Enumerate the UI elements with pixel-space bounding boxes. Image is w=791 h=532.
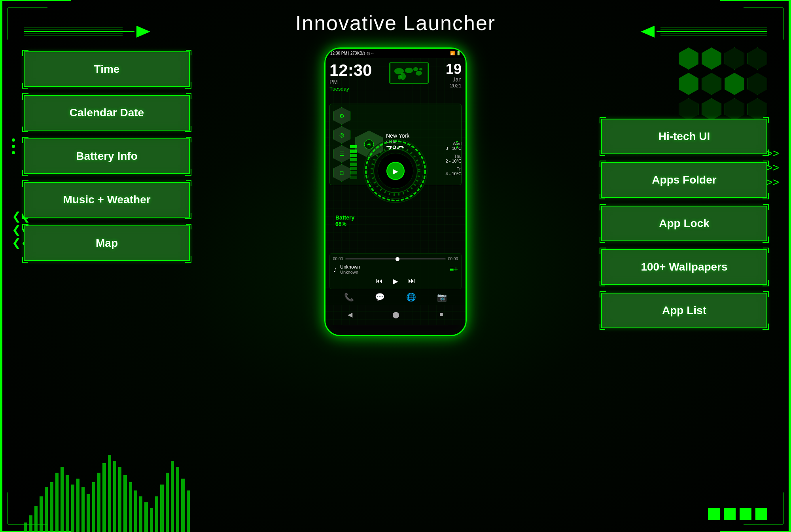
left-edge-line	[0, 0, 2, 532]
eq-bar	[129, 482, 132, 532]
corner-decoration	[186, 180, 191, 186]
corner-decoration	[763, 291, 769, 297]
nav-home[interactable]: ⬤	[392, 311, 399, 318]
menu-btn-hitech[interactable]: Hi-tech UI	[601, 119, 767, 154]
corner-decoration	[600, 237, 605, 243]
phone-screen: 12:30 PM Tuesday	[325, 58, 466, 325]
corner-decoration	[763, 161, 769, 166]
eq-bar	[134, 490, 137, 532]
music-text: Unknown Unknown	[340, 264, 447, 275]
time-widget: 12:30 PM Tuesday	[329, 62, 462, 92]
forecast-day-1: Wed	[446, 141, 462, 146]
menu-btn-time[interactable]: Time	[24, 51, 190, 87]
progress-track[interactable]	[345, 258, 446, 259]
hex-7	[725, 73, 744, 95]
menu-btn-applist[interactable]: App List	[601, 293, 767, 328]
corner-decoration	[600, 324, 605, 330]
menu-btn-battery[interactable]: Battery Info	[24, 138, 190, 174]
status-time: 12:30 PM | 273KB/s ◎ ···	[330, 51, 375, 55]
hex-grid-decoration	[679, 47, 767, 120]
nav-recent[interactable]: ■	[439, 311, 443, 318]
eq-bar	[76, 479, 79, 532]
forecast-day-2: Thu	[446, 154, 462, 159]
menu-btn-music[interactable]: Music + Weather	[24, 182, 190, 218]
eq-bar	[160, 485, 163, 532]
forecast-range-2: 2 - 10°C	[446, 159, 462, 163]
corner-decoration	[22, 170, 28, 176]
phone-frame: 12:30 PM | 273KB/s ◎ ··· 📶 🔋 12:30 PM Tu…	[324, 47, 467, 336]
app-icon-4[interactable]: □	[333, 164, 350, 182]
clock-time: 12:30	[329, 62, 372, 79]
menu-btn-wallpapers[interactable]: 100+ Wallpapers	[601, 249, 767, 285]
menu-label-lock: App Lock	[659, 217, 710, 230]
nav-message-icon[interactable]: 💬	[375, 292, 385, 302]
dot-2	[12, 145, 15, 148]
right-menu-panel: Hi-tech UI Apps Folder App Lock 100+ Wal…	[601, 119, 767, 336]
hex-5	[679, 73, 698, 95]
nav-browser-icon[interactable]: 🌐	[406, 292, 416, 302]
corner-decoration	[186, 224, 191, 229]
corner-decoration	[763, 117, 769, 123]
next-button[interactable]: ⏭	[408, 277, 415, 286]
menu-label-apps: Apps Folder	[652, 174, 716, 186]
menu-btn-map[interactable]: Map	[24, 225, 190, 261]
hex-1	[679, 47, 698, 70]
play-button[interactable]: ▶	[393, 277, 398, 286]
eq-bar	[29, 515, 32, 532]
right-edge-line	[789, 0, 791, 532]
page-title: Innovative Launcher	[0, 11, 791, 35]
eq-bar	[87, 494, 90, 532]
nav-back[interactable]: ◀	[348, 311, 352, 318]
forecast-range-3: 4 - 10°C	[446, 171, 462, 176]
menu-label-map: Map	[96, 237, 118, 250]
clock-ampm: PM	[329, 79, 372, 85]
corner-decoration	[22, 257, 28, 263]
music-controls: ⏮ ▶ ⏭	[333, 277, 458, 286]
battery-text: Battery	[335, 214, 354, 221]
menu-btn-lock[interactable]: App Lock	[601, 206, 767, 241]
eq-bar	[181, 479, 184, 532]
corner-decoration	[22, 214, 28, 219]
eq-bar	[61, 467, 64, 532]
nav-camera-icon[interactable]: 📷	[437, 292, 447, 302]
eq-bar	[139, 496, 142, 532]
svg-text:▶: ▶	[393, 167, 398, 175]
date-month: Jan	[446, 76, 462, 83]
phone-status-bar: 12:30 PM | 273KB/s ◎ ··· 📶 🔋	[325, 49, 466, 58]
equalizer-bars	[24, 453, 190, 532]
prev-button[interactable]: ⏮	[376, 277, 383, 286]
svg-point-21	[419, 68, 422, 70]
date-number: 19	[446, 62, 462, 76]
app-icon-2[interactable]: ◎	[333, 126, 350, 144]
hex-10	[702, 98, 721, 120]
eq-bar	[97, 473, 100, 532]
date-display: 19 Jan 2021	[446, 62, 462, 89]
menu-btn-calendar[interactable]: Calendar Date	[24, 95, 190, 131]
battery-label: Battery 68%	[335, 214, 354, 227]
left-menu-panel: Time Calendar Date Battery Info Music + …	[24, 51, 190, 269]
hex-8	[747, 73, 767, 95]
app-icon-3[interactable]: ☰	[333, 145, 350, 163]
world-map-widget	[389, 62, 429, 84]
corner-decoration	[186, 93, 191, 99]
nav-phone-icon[interactable]: 📞	[344, 292, 354, 302]
eq-bar	[92, 482, 95, 532]
forecast-item-1: Wed 3 - 10°C	[446, 141, 462, 151]
menu-label-music: Music + Weather	[63, 193, 150, 206]
menu-label-wallpapers: 100+ Wallpapers	[641, 261, 727, 273]
eq-bar	[118, 467, 121, 532]
battery-value: 68%	[335, 221, 354, 227]
eq-bar	[102, 463, 106, 532]
eq-bar	[187, 490, 190, 532]
eq-bar	[108, 455, 111, 532]
app-icon-1[interactable]: ⚙	[333, 107, 350, 125]
music-info: ♪ Unknown Unknown ≡+	[333, 264, 458, 275]
music-artist: Unknown	[340, 270, 447, 275]
time-display: 12:30 PM Tuesday	[329, 62, 372, 92]
menu-btn-apps[interactable]: Apps Folder	[601, 162, 767, 198]
eq-bar	[24, 523, 27, 532]
eq-bar	[155, 496, 158, 532]
svg-point-20	[398, 75, 402, 80]
music-add-icon[interactable]: ≡+	[450, 265, 458, 274]
corner-decoration	[600, 150, 605, 156]
